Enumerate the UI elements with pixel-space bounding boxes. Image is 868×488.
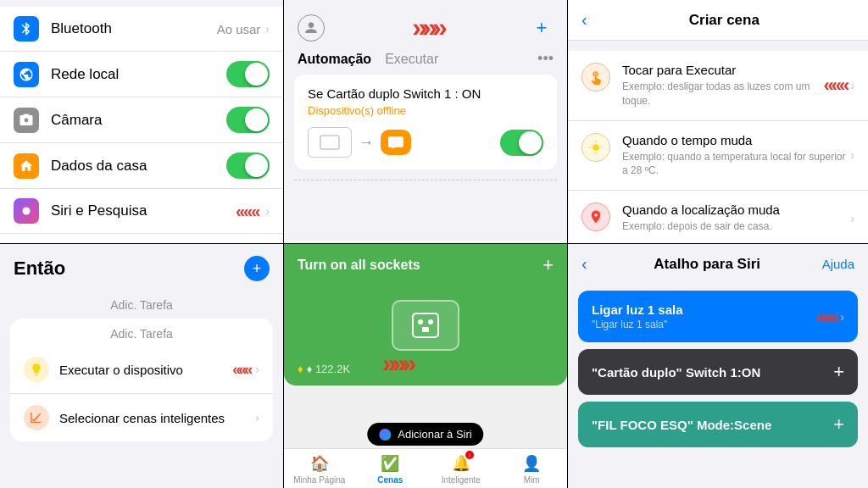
entao-adic1: Adic. Tarefa	[0, 288, 283, 319]
cenas-label: Selecionar cenas inteligentes	[59, 411, 255, 425]
bluetooth-value: Ao usar	[217, 22, 261, 36]
criar-list: Tocar para Executar Exemplo: desligar to…	[568, 51, 868, 244]
automation-header: »»» +	[284, 0, 567, 50]
dados-casa-label: Dados da casa	[51, 158, 226, 175]
dots-button[interactable]: •••	[537, 50, 554, 68]
socket-icon	[392, 300, 459, 351]
svg-point-9	[428, 319, 433, 324]
criar-panel: ‹ Criar cena Tocar para Executar Exemplo…	[568, 0, 868, 244]
rede-toggle[interactable]	[226, 61, 270, 87]
entao-add-button[interactable]: +	[244, 256, 270, 281]
nav-minha-pagina[interactable]: 🏠 Minha Página	[284, 454, 355, 485]
entao-card: Adic. Tarefa Executar o dispositivo ««« …	[10, 319, 273, 441]
rede-icon	[14, 62, 39, 87]
entao-item-cenas[interactable]: Selecionar cenas inteligentes ›	[10, 394, 273, 441]
tab-automacao[interactable]: Automação	[298, 52, 371, 67]
siri-add-button[interactable]: Adicionar à Siri	[367, 423, 483, 446]
cenas-icon	[24, 405, 49, 430]
auto-card-bottom: →	[308, 127, 543, 158]
dados-casa-toggle[interactable]	[226, 152, 270, 179]
bluetooth-label: Bluetooth	[51, 20, 217, 37]
ligar-luz-title: Ligar luz 1 sala	[592, 302, 816, 317]
svg-rect-1	[320, 136, 339, 149]
tocar-chevron: ›	[850, 79, 854, 92]
executar-chevron: ›	[255, 363, 259, 376]
siri-dot-icon	[379, 429, 391, 441]
back-arrow-icon[interactable]: ‹	[581, 10, 587, 30]
minha-pagina-icon: 🏠	[310, 454, 329, 473]
bluetooth-chevron: ›	[265, 22, 270, 36]
siri-item-fil[interactable]: "FIL FOCO ESQ" Mode:Scene +	[578, 402, 858, 447]
siri-arrows: «««	[236, 202, 259, 221]
smart-green-card: Turn on all sockets + ♦ ♦ 122.2K	[284, 244, 567, 385]
nav-mim[interactable]: 👤 Mim	[497, 454, 568, 485]
tempo-chevron: ›	[850, 148, 854, 162]
criar-header: ‹ Criar cena	[568, 0, 868, 41]
settings-row-camera[interactable]: Câmara	[0, 97, 283, 143]
executar-label: Executar o dispositivo	[59, 363, 232, 377]
ligar-luz-arrows: «««	[816, 307, 837, 326]
tab-executar[interactable]: Executar	[385, 52, 537, 67]
user-icon[interactable]	[298, 14, 325, 42]
fil-content: "FIL FOCO ESQ" Mode:Scene	[592, 418, 833, 432]
criar-row-localizacao[interactable]: Quando a localização muda Exemplo: depoi…	[568, 191, 868, 244]
ligar-luz-content: Ligar luz 1 sala "Ligar luz 1 sala"	[592, 302, 816, 330]
criar-row-tocar[interactable]: Tocar para Executar Exemplo: desligar to…	[568, 51, 868, 121]
cenas-nav-label: Cenas	[377, 475, 403, 485]
tocar-icon	[581, 63, 610, 92]
settings-row-siri[interactable]: Siri e Pesquisa ««« ›	[0, 189, 283, 234]
tocar-content: Tocar para Executar Exemplo: desligar to…	[622, 63, 824, 108]
smart-card-add[interactable]: +	[542, 254, 554, 276]
siri-back-icon[interactable]: ‹	[581, 254, 587, 274]
smart-card-title: Turn on all sockets	[298, 258, 420, 273]
localizacao-sub: Exemplo: depois de sair de casa.	[622, 219, 850, 234]
fil-title: "FIL FOCO ESQ" Mode:Scene	[592, 418, 833, 432]
camera-icon	[14, 108, 39, 133]
automation-panel: »»» + Automação Executar ••• Se Cartão d…	[284, 0, 568, 244]
tocar-title: Tocar para Executar	[622, 63, 824, 77]
nav-cenas[interactable]: ✅ Cenas	[355, 454, 426, 485]
siri-help-button[interactable]: Ajuda	[822, 257, 854, 271]
criar-title: Criar cena	[594, 12, 854, 29]
settings-row-dados-casa[interactable]: Dados da casa	[0, 143, 283, 189]
tempo-sub: Exemplo: quando a temperatura local for …	[622, 150, 850, 179]
camera-toggle[interactable]	[226, 107, 270, 133]
settings-row-bluetooth[interactable]: Bluetooth Ao usar ›	[0, 7, 283, 52]
mim-label: Mim	[524, 475, 540, 485]
ligar-luz-sub: "Ligar luz 1 sala"	[592, 319, 816, 330]
smart-card-header: Turn on all sockets +	[284, 244, 567, 285]
siri-atalho-header: ‹ Atalho para Siri Ajuda	[568, 244, 868, 284]
settings-row-notificacoes[interactable]: Notificações Não ›	[0, 234, 283, 244]
siri-chevron: ›	[265, 204, 270, 218]
localizacao-icon	[581, 202, 610, 231]
cartao-plus[interactable]: +	[833, 361, 844, 383]
chat-bubble	[381, 130, 411, 155]
executar-icon	[24, 357, 49, 382]
nav-inteligente[interactable]: 🔔! Inteligente	[426, 454, 497, 485]
tempo-title: Quando o tempo muda	[622, 133, 850, 147]
auto-toggle[interactable]	[500, 130, 543, 156]
smart-stats: ♦ ♦ 122.2K	[284, 363, 567, 385]
bluetooth-icon	[14, 16, 39, 42]
entao-adic2: Adic. Tarefa	[10, 319, 273, 346]
siri-item-cartao[interactable]: "Cartão duplo" Switch 1:ON +	[578, 349, 858, 395]
dashed-divider	[294, 180, 557, 180]
smart-mid-arrows: »»»	[382, 349, 412, 378]
settings-panel: Bluetooth Ao usar › Rede local Câmara Da…	[0, 0, 284, 244]
device-box	[308, 127, 352, 158]
ligar-luz-chevron: ›	[840, 310, 844, 324]
settings-row-rede[interactable]: Rede local	[0, 52, 283, 97]
svg-point-2	[593, 144, 599, 151]
entao-header: Então +	[0, 244, 283, 288]
fil-plus[interactable]: +	[833, 413, 844, 435]
smart-bottom-nav: 🏠 Minha Página ✅ Cenas 🔔! Inteligente 👤 …	[284, 448, 567, 488]
entao-title: Então	[14, 258, 65, 280]
siri-item-ligar-luz[interactable]: Ligar luz 1 sala "Ligar luz 1 sala" ««« …	[578, 291, 858, 342]
siri-icon	[14, 198, 39, 224]
criar-row-tempo[interactable]: Quando o tempo muda Exemplo: quando a te…	[568, 121, 868, 191]
siri-atalho-panel: ‹ Atalho para Siri Ajuda Ligar luz 1 sal…	[568, 244, 868, 488]
auto-add-button[interactable]: +	[530, 16, 554, 40]
svg-point-8	[418, 319, 423, 324]
arrow-mid: →	[359, 134, 374, 152]
entao-item-executar[interactable]: Executar o dispositivo ««« ›	[10, 346, 273, 394]
